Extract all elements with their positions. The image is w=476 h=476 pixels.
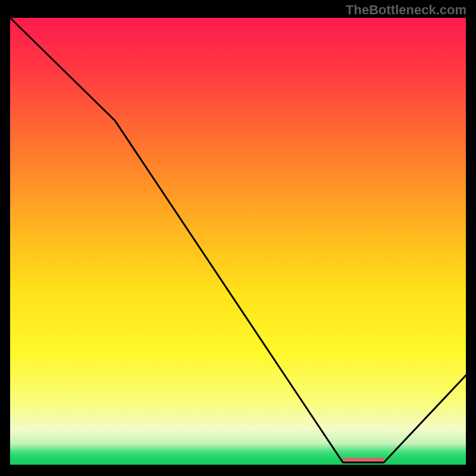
chart-area [10, 18, 466, 465]
attribution-text: TheBottleneck.com [346, 2, 466, 18]
